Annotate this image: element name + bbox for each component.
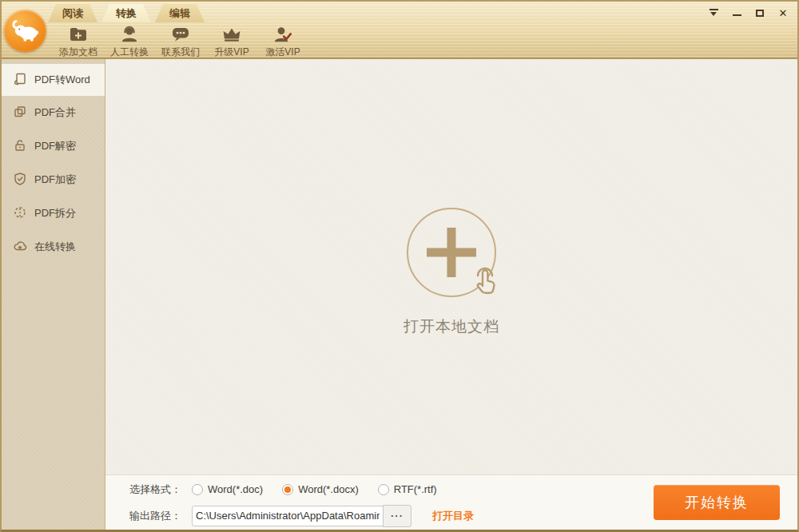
toolbar-label: 激活VIP	[265, 46, 300, 59]
sidebar-item-label: PDF解密	[34, 139, 76, 153]
format-radios: Word(*.doc) Word(*.docx) RTF(*.rtf)	[192, 483, 437, 495]
manual-convert-icon	[119, 24, 140, 45]
toolbar-label: 添加文档	[59, 46, 97, 59]
radio-selected-icon[interactable]	[282, 484, 293, 495]
online-convert-icon	[13, 239, 27, 256]
ribbon-tabs: 阅读 转换 编辑	[48, 4, 205, 22]
app-menu-icon[interactable]	[707, 7, 720, 18]
tab-convert[interactable]: 转换	[101, 4, 151, 22]
toolbar-label: 联系我们	[161, 46, 200, 59]
sidebar-item-pdf-split[interactable]: PDF拆分	[2, 197, 105, 230]
activate-vip-button[interactable]: 激活VIP	[257, 22, 308, 58]
contact-us-button[interactable]: 联系我们	[155, 22, 206, 58]
maximize-icon[interactable]	[753, 7, 766, 18]
tap-hand-icon	[467, 262, 504, 302]
contact-us-icon	[170, 24, 191, 45]
pdf-to-word-icon	[13, 72, 27, 89]
footer-panel: 选择格式： Word(*.doc) Word(*.docx)	[105, 474, 797, 530]
sidebar-item-label: PDF转Word	[34, 73, 90, 87]
upgrade-vip-icon	[221, 24, 242, 45]
activate-vip-icon	[272, 24, 293, 45]
pdf-split-icon	[13, 205, 27, 222]
add-file-dropzone[interactable]	[407, 208, 496, 297]
window-controls: ✕	[707, 7, 789, 18]
format-option-rtf[interactable]: RTF(*.rtf)	[378, 483, 437, 495]
main-column: 打开本地文档 选择格式： Word(*.doc)	[105, 59, 797, 530]
output-path-label: 输出路径：	[129, 509, 192, 523]
toolbar-label: 人工转换	[110, 46, 149, 59]
output-row: 输出路径： ··· 打开目录	[129, 506, 474, 526]
radio-label: Word(*.doc)	[208, 483, 263, 495]
sidebar-item-pdf-encrypt[interactable]: PDF加密	[2, 163, 105, 197]
sidebar-item-label: PDF拆分	[34, 206, 76, 220]
format-label: 选择格式：	[129, 482, 192, 497]
add-document-button[interactable]: 添加文档	[53, 22, 104, 58]
format-option-doc[interactable]: Word(*.doc)	[192, 483, 263, 495]
pdf-encrypt-icon	[13, 172, 27, 189]
output-path-group: ···	[192, 505, 411, 527]
open-local-document: 打开本地文档	[105, 208, 797, 337]
app-window: 阅读 转换 编辑 ✕	[0, 0, 799, 532]
radio-label: RTF(*.rtf)	[394, 483, 437, 495]
add-document-icon	[68, 24, 89, 45]
sidebar-item-pdf-decrypt[interactable]: PDF解密	[2, 129, 105, 163]
top-bar: 阅读 转换 编辑 ✕	[2, 2, 797, 59]
pdf-decrypt-icon	[13, 138, 27, 155]
sidebar-item-label: 在线转换	[34, 240, 76, 254]
main-area: 打开本地文档	[105, 59, 797, 474]
manual-convert-button[interactable]: 人工转换	[104, 22, 155, 58]
app-body: PDF转Word PDF合并	[2, 59, 797, 530]
radio-icon[interactable]	[378, 484, 389, 495]
sidebar-item-pdf-to-word[interactable]: PDF转Word	[2, 64, 105, 96]
pdf-merge-icon	[13, 105, 27, 121]
close-icon[interactable]: ✕	[777, 7, 789, 18]
open-directory-link[interactable]: 打开目录	[432, 509, 474, 523]
minimize-icon[interactable]	[730, 7, 743, 18]
start-convert-button[interactable]: 开始转换	[654, 485, 780, 520]
format-option-docx[interactable]: Word(*.docx)	[282, 483, 359, 495]
toolbar: 添加文档 人工转换	[53, 22, 308, 58]
format-row: 选择格式： Word(*.doc) Word(*.docx)	[129, 479, 474, 500]
radio-label: Word(*.docx)	[298, 483, 359, 495]
radio-icon[interactable]	[192, 484, 203, 495]
tab-edit[interactable]: 编辑	[155, 4, 205, 22]
tab-read[interactable]: 阅读	[48, 4, 97, 22]
footer-options: 选择格式： Word(*.doc) Word(*.docx)	[129, 479, 474, 526]
sidebar-item-pdf-merge[interactable]: PDF合并	[2, 96, 105, 129]
sidebar: PDF转Word PDF合并	[2, 59, 105, 530]
elephant-icon	[8, 14, 43, 49]
output-path-input[interactable]	[192, 506, 384, 526]
sidebar-item-label: PDF加密	[34, 173, 76, 187]
sidebar-item-online-convert[interactable]: 在线转换	[2, 230, 105, 264]
upgrade-vip-button[interactable]: 升级VIP	[206, 22, 257, 58]
sidebar-item-label: PDF合并	[34, 105, 76, 120]
toolbar-label: 升级VIP	[214, 46, 248, 59]
open-local-label[interactable]: 打开本地文档	[403, 316, 499, 337]
elephant-logo[interactable]	[4, 10, 46, 52]
browse-button[interactable]: ···	[383, 505, 411, 527]
